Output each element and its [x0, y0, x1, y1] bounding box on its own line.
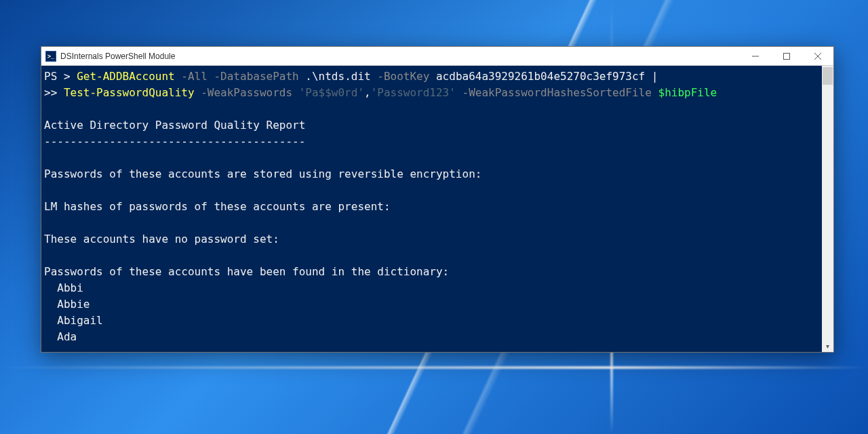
section-heading: Passwords of these accounts have been fo… — [44, 265, 449, 278]
section-heading: LM hashes of passwords of these accounts… — [44, 200, 391, 213]
param: -WeakPasswordHashesSortedFile — [456, 86, 658, 99]
powershell-icon: >_ — [45, 51, 56, 62]
cmdlet: Get-ADDBAccount — [77, 70, 175, 83]
console-output[interactable]: PS > Get-ADDBAccount -All -DatabasePath … — [41, 66, 822, 352]
report-rule: ---------------------------------------- — [44, 135, 305, 148]
client-area: PS > Get-ADDBAccount -All -DatabasePath … — [41, 66, 833, 352]
path-arg: .\ntds.dit — [305, 70, 370, 83]
bootkey-arg: acdba64a3929261b04e5270c3ef973cf — [436, 70, 645, 83]
wallpaper-beam-horizontal — [0, 366, 868, 369]
variable: $hibpFile — [658, 86, 717, 99]
powershell-window: >_ DSInternals PowerShell Module PS > Ge… — [41, 46, 834, 353]
report-title: Active Directory Password Quality Report — [44, 119, 305, 132]
prompt: PS > — [44, 70, 77, 83]
list-item: Ada — [57, 330, 77, 343]
string-arg: 'Pa$$w0rd' — [299, 86, 364, 99]
scroll-thumb[interactable] — [823, 67, 833, 85]
param: -WeakPasswords — [195, 86, 299, 99]
section-heading: These accounts have no password set: — [44, 233, 279, 245]
maximize-button[interactable] — [771, 47, 802, 66]
minimize-button[interactable] — [740, 47, 771, 66]
comma: , — [364, 86, 371, 99]
titlebar[interactable]: >_ DSInternals PowerShell Module — [41, 47, 833, 66]
list-item: Abbi — [57, 281, 83, 294]
string-arg: 'Password123' — [371, 86, 456, 99]
window-title: DSInternals PowerShell Module — [60, 52, 175, 61]
param: -All -DatabasePath — [175, 70, 306, 83]
list-item: Abigail — [57, 314, 102, 327]
param: -BootKey — [371, 70, 436, 83]
pipe: | — [645, 70, 658, 83]
continuation-prompt: >> — [44, 86, 64, 99]
vertical-scrollbar[interactable]: ▴ ▾ — [822, 66, 833, 352]
close-button[interactable] — [802, 47, 833, 66]
cmdlet: Test-PasswordQuality — [64, 86, 195, 99]
section-heading: Passwords of these accounts are stored u… — [44, 167, 481, 180]
svg-rect-1 — [784, 53, 790, 59]
scroll-down-button[interactable]: ▾ — [822, 340, 833, 352]
list-item: Abbie — [57, 298, 90, 311]
